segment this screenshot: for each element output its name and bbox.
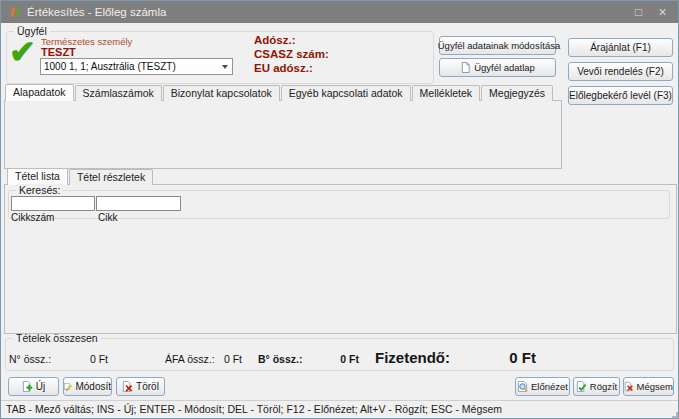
quote-button-label: Árajánlat (F1) bbox=[590, 42, 651, 53]
customer-datasheet-label: Ügyfél adatlap bbox=[474, 62, 535, 73]
customer-order-button[interactable]: Vevői rendelés (F2) bbox=[568, 62, 673, 81]
tab-mellekletek[interactable]: Mellékletek bbox=[412, 85, 481, 101]
preview-icon bbox=[517, 381, 528, 392]
net-total-value: 0 Ft bbox=[41, 353, 108, 365]
app-window: Értékesítés - Előleg számla □ × Ügyfél ✔… bbox=[0, 0, 679, 419]
resize-grip-icon[interactable] bbox=[666, 406, 676, 416]
tab-egyeb-kapcsolati-adatok[interactable]: Egyéb kapcsolati adatok bbox=[281, 85, 411, 101]
dropdown-arrow-icon bbox=[222, 65, 228, 69]
modify-customer-button[interactable]: Ügyfél adatainak módosítása bbox=[439, 36, 556, 55]
customer-select-value: 1000 1, 1; Ausztrália (TESZT) bbox=[44, 61, 176, 72]
window-title: Értékesítés - Előleg számla bbox=[27, 1, 166, 23]
pencil-icon bbox=[64, 381, 72, 392]
status-bar: TAB - Mező váltás; INS - Új; ENTER - Mód… bbox=[1, 400, 678, 418]
search-cikk-label: Cikk bbox=[98, 212, 117, 223]
delete-icon bbox=[122, 381, 133, 392]
advance-request-button[interactable]: Előlegbekérő levél (F3) bbox=[568, 86, 673, 105]
customer-select[interactable]: 1000 1, 1; Ausztrália (TESZT) bbox=[40, 58, 233, 75]
plus-icon bbox=[22, 381, 33, 392]
tab-bizonylat-kapcsolatok[interactable]: Bizonylat kapcsolatok bbox=[163, 85, 280, 101]
search-cikk-input[interactable] bbox=[96, 196, 181, 211]
tab-alapadatok[interactable]: Alapadatok bbox=[5, 84, 74, 101]
document-icon bbox=[460, 62, 471, 73]
customer-order-label: Vevői rendelés (F2) bbox=[577, 66, 664, 77]
app-icon bbox=[8, 5, 22, 19]
tax-number-label: Adósz.: bbox=[254, 34, 296, 46]
save-check-icon bbox=[576, 381, 587, 392]
save-button-label: Rögzít bbox=[590, 381, 617, 392]
tab-megjegyzes[interactable]: Megjegyzés bbox=[481, 85, 553, 101]
delete-button-label: Töröl bbox=[136, 381, 159, 392]
modify-button[interactable]: Módosít bbox=[63, 377, 112, 396]
main-tabstrip: Alapadatok Számlaszámok Bizonylat kapcso… bbox=[5, 87, 554, 101]
search-cikkszam-input[interactable] bbox=[11, 196, 95, 211]
cancel-icon bbox=[624, 381, 634, 392]
preview-button[interactable]: Előnézet bbox=[515, 377, 570, 396]
close-icon[interactable]: × bbox=[654, 4, 671, 20]
basic-data-panel bbox=[4, 100, 562, 169]
quote-button[interactable]: Árajánlat (F1) bbox=[568, 38, 673, 57]
tab-tetel-reszletek[interactable]: Tétel részletek bbox=[69, 169, 153, 185]
customer-datasheet-button[interactable]: Ügyfél adatlap bbox=[439, 58, 556, 77]
item-tabstrip: Tétel lista Tétel részletek bbox=[7, 171, 154, 185]
search-cikkszam-label: Cikkszám bbox=[11, 212, 54, 223]
maximize-icon[interactable]: □ bbox=[630, 4, 647, 20]
payable-label: Fizetendő: bbox=[375, 349, 450, 366]
group-tax-number-label: CSASZ szám: bbox=[254, 48, 329, 60]
cancel-button[interactable]: Mégsem bbox=[623, 377, 674, 396]
preview-button-label: Előnézet bbox=[531, 381, 568, 392]
modify-button-label: Módosít bbox=[75, 381, 111, 392]
new-button-label: Új bbox=[36, 381, 45, 392]
customer-name: TESZT bbox=[41, 46, 76, 58]
advance-request-label: Előlegbekérő levél (F3) bbox=[569, 90, 672, 101]
eu-tax-number-label: EU adósz.: bbox=[254, 62, 313, 74]
delete-button[interactable]: Töröl bbox=[116, 377, 165, 396]
title-bar[interactable]: Értékesítés - Előleg számla □ × bbox=[1, 1, 678, 23]
gross-total-value: 0 Ft bbox=[301, 353, 359, 365]
gross-total-label: B° össz.: bbox=[258, 353, 302, 365]
search-group-label: Keresés: bbox=[16, 184, 63, 196]
new-button[interactable]: Új bbox=[8, 377, 59, 396]
customer-valid-icon: ✔ bbox=[9, 33, 36, 71]
payable-value: 0 Ft bbox=[456, 349, 536, 366]
tab-szamlaszamok[interactable]: Számlaszámok bbox=[75, 85, 162, 101]
modify-customer-label: Ügyfél adatainak módosítása bbox=[438, 40, 561, 51]
status-bar-text: TAB - Mező váltás; INS - Új; ENTER - Mód… bbox=[6, 403, 502, 415]
vat-total-value: 0 Ft bbox=[196, 353, 242, 365]
cancel-button-label: Mégsem bbox=[637, 381, 673, 392]
tab-tetel-lista[interactable]: Tétel lista bbox=[7, 168, 68, 185]
save-button[interactable]: Rögzít bbox=[573, 377, 620, 396]
